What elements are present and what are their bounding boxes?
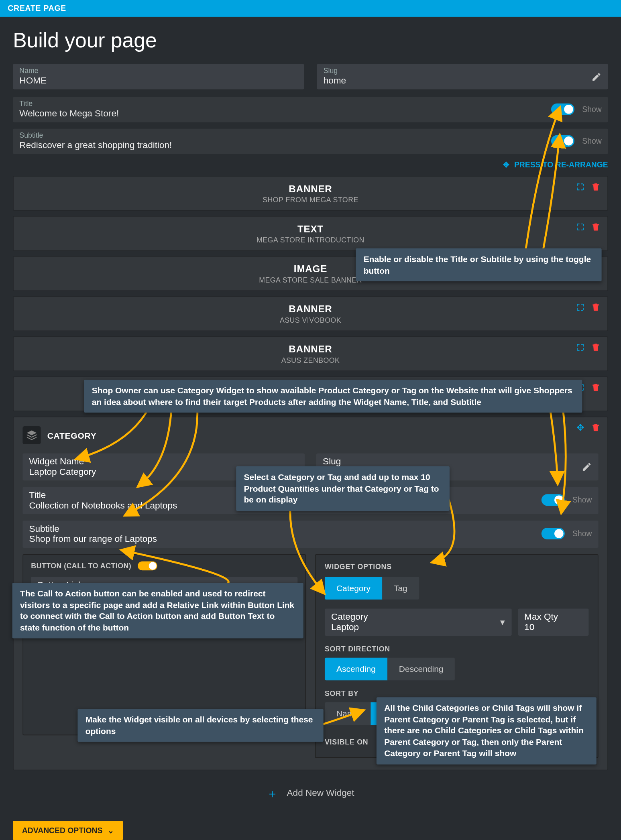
widget-name: MEGA STORE INTRODUCTION bbox=[21, 236, 600, 244]
top-bar: CREATE PAGE bbox=[0, 0, 621, 17]
widget-name: SHOP FROM MEGA STORE bbox=[21, 196, 600, 203]
sort-direction-label: SORT DIRECTION bbox=[325, 645, 588, 653]
title-field-row: Title Welcome to Mega Store! Show bbox=[13, 97, 608, 122]
slug-value: home bbox=[324, 75, 602, 85]
expand-icon[interactable] bbox=[575, 182, 586, 192]
subtitle-show-label: Show bbox=[582, 136, 601, 145]
widget-title-show-label: Show bbox=[572, 495, 592, 504]
subtitle-label: Subtitle bbox=[19, 131, 551, 139]
add-new-widget-label: Add New Widget bbox=[287, 787, 354, 798]
tab-tag[interactable]: Tag bbox=[382, 577, 419, 599]
tooltip-visible: Make the Widget visible on all devices b… bbox=[77, 709, 323, 742]
category-header-label: CATEGORY bbox=[47, 430, 97, 440]
widget-type: TEXT bbox=[21, 223, 600, 234]
widget-row[interactable]: BANNERSHOP FROM MEGA STORE bbox=[13, 176, 608, 211]
slug-label: Slug bbox=[324, 67, 602, 74]
chevron-down-icon: ⌄ bbox=[108, 826, 114, 835]
tooltip-toggle: Enable or disable the Title or Subtitle … bbox=[356, 248, 601, 281]
page-title: Build your page bbox=[13, 28, 608, 53]
tooltip-category-intro: Shop Owner can use Category Widget to sh… bbox=[84, 380, 582, 413]
pencil-icon[interactable] bbox=[582, 462, 592, 472]
visible-on-label: VISIBLE ON bbox=[325, 738, 369, 746]
title-show-toggle[interactable] bbox=[551, 103, 574, 115]
widget-subtitle-toggle[interactable] bbox=[542, 528, 565, 539]
subtitle-field-row: Subtitle Rediscover a great shopping tra… bbox=[13, 129, 608, 154]
max-qty-label: Max Qty bbox=[524, 611, 582, 622]
stack-icon bbox=[22, 426, 41, 444]
widget-slug-label: Slug bbox=[323, 456, 592, 466]
plus-icon: ＋ bbox=[267, 787, 278, 800]
category-select[interactable]: Category Laptop ▾ bbox=[325, 608, 511, 636]
trash-icon[interactable] bbox=[590, 302, 601, 313]
rearrange-button[interactable]: ✥ PRESS TO RE-ARRANGE bbox=[13, 161, 608, 170]
expand-icon[interactable] bbox=[575, 342, 586, 352]
trash-icon[interactable] bbox=[590, 422, 601, 433]
widget-title-toggle[interactable] bbox=[542, 494, 565, 506]
cta-toggle[interactable] bbox=[138, 561, 157, 571]
type-segmented: Category Tag bbox=[325, 577, 588, 599]
add-new-widget-button[interactable]: ＋ Add New Widget bbox=[13, 775, 608, 812]
top-bar-title: CREATE PAGE bbox=[8, 4, 66, 13]
widget-name: ASUS VIVOBOOK bbox=[21, 316, 600, 324]
tooltip-cta: The Call to Action button can be enabled… bbox=[12, 583, 303, 639]
widget-row[interactable]: BANNERASUS VIVOBOOK bbox=[13, 296, 608, 331]
rearrange-label: PRESS TO RE-ARRANGE bbox=[514, 161, 608, 170]
widget-name-label: Widget Name bbox=[29, 456, 298, 466]
category-select-value: Laptop bbox=[331, 622, 505, 632]
caret-down-icon: ▾ bbox=[500, 617, 505, 627]
sort-direction-segmented: Ascending Descending bbox=[325, 658, 588, 680]
widget-subtitle-row: Subtitle Shop from our range of Laptops … bbox=[22, 521, 598, 548]
widget-row[interactable]: BANNERASUS ZENBOOK bbox=[13, 336, 608, 371]
sort-descending[interactable]: Descending bbox=[387, 658, 455, 680]
collapse-icon[interactable]: ✥ bbox=[575, 422, 586, 433]
subtitle-show-toggle[interactable] bbox=[551, 135, 574, 146]
widget-options-header: WIDGET OPTIONS bbox=[325, 563, 588, 570]
name-field[interactable]: Name HOME bbox=[13, 64, 304, 89]
subtitle-value[interactable]: Rediscover a great shopping tradition! bbox=[19, 140, 551, 150]
trash-icon[interactable] bbox=[590, 342, 601, 352]
title-show-label: Show bbox=[582, 104, 601, 114]
widget-subtitle-show-label: Show bbox=[572, 529, 592, 538]
max-qty-field[interactable]: Max Qty 10 bbox=[518, 608, 588, 636]
tab-category[interactable]: Category bbox=[325, 577, 382, 599]
trash-icon[interactable] bbox=[590, 222, 601, 232]
pencil-icon[interactable] bbox=[591, 71, 602, 82]
widget-type: BANNER bbox=[21, 344, 600, 354]
title-label: Title bbox=[19, 100, 551, 107]
name-value: HOME bbox=[19, 75, 297, 85]
tooltip-child: All the Child Categories or Child Tags w… bbox=[377, 697, 597, 764]
cta-header: BUTTON (CALL TO ACTION) bbox=[31, 562, 131, 569]
max-qty-value: 10 bbox=[524, 622, 582, 632]
expand-icon[interactable] bbox=[575, 302, 586, 313]
sort-by-label: SORT BY bbox=[325, 689, 588, 697]
title-value[interactable]: Welcome to Mega Store! bbox=[19, 108, 551, 118]
move-icon: ✥ bbox=[503, 161, 509, 170]
widget-type: BANNER bbox=[21, 183, 600, 194]
sort-by-name[interactable]: Name bbox=[325, 702, 371, 725]
name-label: Name bbox=[19, 67, 297, 74]
cta-box: BUTTON (CALL TO ACTION) Button Link /sho… bbox=[22, 554, 306, 735]
widget-row[interactable]: TEXTMEGA STORE INTRODUCTION bbox=[13, 216, 608, 251]
tooltip-select-category: Select a Category or Tag and add up to m… bbox=[236, 466, 450, 511]
slug-field[interactable]: Slug home bbox=[317, 64, 608, 89]
trash-icon[interactable] bbox=[590, 382, 601, 393]
widget-name: ASUS ZENBOOK bbox=[21, 356, 600, 364]
widget-subtitle-label: Subtitle bbox=[29, 523, 542, 534]
category-select-label: Category bbox=[331, 611, 505, 622]
widget-type: BANNER bbox=[21, 303, 600, 314]
trash-icon[interactable] bbox=[590, 182, 601, 192]
sort-ascending[interactable]: Ascending bbox=[325, 658, 387, 680]
expand-icon[interactable] bbox=[575, 222, 586, 232]
advanced-options-button[interactable]: ADVANCED OPTIONS ⌄ bbox=[13, 821, 123, 840]
widget-subtitle-value[interactable]: Shop from our range of Laptops bbox=[29, 533, 542, 544]
advanced-options-label: ADVANCED OPTIONS bbox=[22, 826, 103, 835]
